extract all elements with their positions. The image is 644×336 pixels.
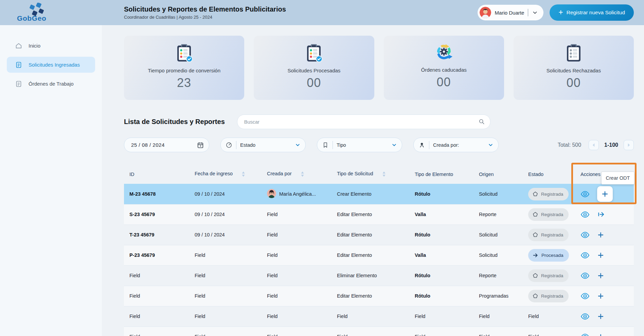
column-header-fecha: Fecha de ingreso [189,165,262,184]
cell-creada-por: Field [262,204,332,225]
cell-tipo-elemento: Rótulo [409,184,473,204]
pentagon-icon [533,212,538,217]
pentagon-icon [533,293,538,299]
stat-card-solicitudes-procesadas: Solicitudes Procesadas 00 [254,36,374,100]
stat-value: 00 [514,76,634,90]
create-odt-button[interactable] [597,293,604,300]
create-odt-button[interactable] [597,186,613,202]
create-odt-button[interactable] [597,333,604,336]
view-button[interactable] [580,191,590,198]
view-button[interactable] [580,272,590,279]
avatar [267,189,276,199]
cell-tipo-solicitud: Field [332,306,409,326]
divider [528,9,528,16]
sidebar-item-ordenes-de-trabajo[interactable]: Órdenes de Trabajo [7,76,95,92]
status-badge-registrada: Registrada [528,229,569,241]
column-header-origen: Origen [473,165,523,184]
sidebar-item-solicitudes-ingresadas[interactable]: Solicitudes Ingresadas [7,57,95,73]
cell-origen: Solicitud [473,245,523,265]
stat-label: Tiempo promedio de conversión [124,68,244,73]
create-odt-button[interactable] [597,252,604,259]
cell-fecha-ingreso: Field [189,306,262,326]
cell-estado: Field [523,306,575,326]
cell-fecha-ingreso: Field [189,265,262,286]
sort-icon[interactable] [382,171,386,177]
column-header-id: ID [124,165,189,184]
cell-origen: Solicitud [473,225,523,245]
sort-icon[interactable] [301,171,304,177]
list-title: Lista de Solicitudes y Reportes [124,118,225,126]
crear-odt-tooltip: Crear ODT [601,172,634,184]
chevron-down-icon [391,142,397,148]
calendar-icon [197,141,204,149]
estado-filter-label: Estado [240,142,255,148]
table-row[interactable]: Field Field Field Field Field Field Fiel… [124,326,634,336]
view-button[interactable] [580,231,590,238]
plus-icon [597,293,604,300]
chevron-right-icon [625,141,632,149]
open-odt-button[interactable] [597,210,605,218]
creator-avatar [267,189,276,198]
view-button[interactable] [580,211,590,218]
date-filter[interactable]: 25 / 08 / 2024 [124,138,209,152]
prev-page-button[interactable] [589,140,599,150]
table-row[interactable]: Field Field Field Editar Elemento Rótulo… [124,286,634,306]
create-odt-button[interactable] [597,313,604,320]
table-row[interactable]: P-23 45679 Field Field Editar Elemento V… [124,245,634,265]
creada-por-filter[interactable]: Creada por: [413,138,499,152]
tipo-filter[interactable]: Tipo [317,138,402,152]
total-count: Total: 500 [558,142,581,148]
cell-tipo-elemento: Rótulo [409,286,473,306]
divider [333,141,333,149]
view-button[interactable] [580,252,590,259]
table-row[interactable]: T-23 45679 09 / 10 / 2024 Field Editar E… [124,225,634,245]
create-odt-button[interactable] [597,272,604,279]
column-header-tipo-elemento: Tipo de Elemento [409,165,473,184]
sidebar-item-label: Órdenes de Trabajo [29,81,74,87]
table-row[interactable]: Field Field Field Field Field Field Fiel… [124,306,634,326]
estado-filter[interactable]: Estado [220,138,306,152]
document-icon [15,61,22,69]
sort-icon[interactable] [242,171,245,177]
cell-creada-por: Field [262,286,332,306]
user-menu[interactable]: Mario Duarte [478,5,544,20]
cell-acciones [575,286,634,306]
cell-acciones [575,245,634,265]
document-icon [15,80,22,88]
view-button[interactable] [580,333,590,336]
cell-creada-por: Field [262,225,332,245]
plus-icon [597,313,604,320]
cell-tipo-solicitud: Editar Elemento [332,245,409,265]
view-button[interactable] [580,293,590,300]
arrow-right-icon [533,252,538,258]
logo: GobGeo [0,3,124,22]
search-input[interactable] [237,114,490,129]
cell-id: Field [124,286,189,306]
cell-tipo-elemento: Valla [409,204,473,225]
table-row[interactable]: S-23 45679 09 / 10 / 2024 Field Editar E… [124,204,634,225]
next-page-button[interactable] [624,140,634,150]
view-button[interactable] [580,313,590,320]
cell-estado: Registrada [523,286,575,306]
date-value: 25 / 08 / 2024 [131,142,165,148]
status-badge-procesada: Procesada [528,249,569,262]
sidebar-item-inicio[interactable]: Inicio [7,38,95,54]
register-new-solicitud-button[interactable]: + Registrar nueva Solicitud [550,4,634,21]
eye-icon [580,211,590,218]
cell-tipo-elemento: Field [409,326,473,336]
pentagon-icon [533,191,538,197]
stat-label: Órdenes caducadas [384,67,504,73]
column-header-tipo-solicitud: Tipo de Solicitud [332,165,409,184]
creada-por-filter-label: Creada por: [433,142,459,148]
create-odt-button[interactable] [597,231,604,238]
eye-icon [580,293,590,300]
cell-creada-por: Field [262,265,332,286]
user-name: Mario Duarte [495,10,524,16]
table-header-row: ID Fecha de ingreso Creada por Tipo de S… [124,165,634,184]
table-row[interactable]: Field Field Field Eliminar Elemento Rótu… [124,265,634,286]
cell-id: T-23 45679 [124,225,189,245]
table-row[interactable]: M-23 45678 09 / 10 / 2024 María Angélica… [124,184,634,204]
person-icon [418,142,425,148]
plus-icon [597,231,604,238]
cell-id: M-23 45678 [124,184,189,204]
